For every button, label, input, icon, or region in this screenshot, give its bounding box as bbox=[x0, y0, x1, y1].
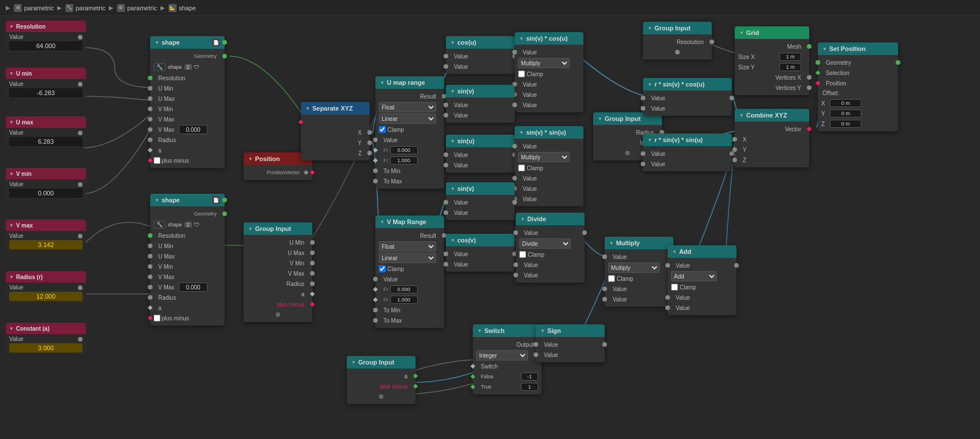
shape1-dropdown[interactable]: 🔧 bbox=[154, 63, 166, 71]
rsinvcosu-val2: Value bbox=[646, 105, 665, 112]
mult-val3-sock bbox=[602, 297, 607, 301]
vmr-interp-select[interactable]: Linear bbox=[379, 253, 436, 263]
chevron-constant[interactable]: ▼ bbox=[9, 326, 14, 331]
chevron-position[interactable]: ▼ bbox=[248, 156, 253, 162]
umr-result: Result bbox=[420, 93, 436, 100]
vmax-value[interactable]: 3.142 bbox=[9, 240, 83, 249]
topbar-item-1[interactable]: ⚙ parametric bbox=[14, 4, 54, 12]
add-op-select[interactable]: Add bbox=[671, 271, 717, 281]
switch-false-val[interactable] bbox=[521, 373, 538, 381]
vmr-type-select[interactable]: Float bbox=[379, 241, 436, 252]
umr-clamp-check[interactable] bbox=[379, 126, 386, 133]
vmr-fr1-input[interactable] bbox=[390, 285, 418, 293]
topbar-item-4[interactable]: 📐 shape bbox=[168, 4, 196, 12]
chevron-sinvcosu[interactable]: ▼ bbox=[519, 36, 524, 41]
setpos-y-val[interactable] bbox=[830, 109, 861, 117]
chevron-add[interactable]: ▼ bbox=[672, 249, 677, 254]
gi1-title: Group Input bbox=[255, 225, 291, 232]
chevron-sinvsinu[interactable]: ▼ bbox=[519, 130, 524, 135]
div-val-label: Value bbox=[519, 230, 538, 236]
umax-value[interactable]: 6.283 bbox=[9, 137, 83, 146]
chevron-sepxyz[interactable]: ▼ bbox=[305, 106, 310, 111]
chevron-vmr[interactable]: ▼ bbox=[380, 220, 385, 225]
switch-type-select[interactable]: Integer bbox=[476, 350, 528, 360]
resolution-value-label: Value bbox=[9, 34, 23, 40]
chevron-div[interactable]: ▼ bbox=[520, 217, 525, 222]
chevron-sinv2[interactable]: ▼ bbox=[450, 186, 455, 191]
vmr-clamp-check[interactable] bbox=[379, 265, 386, 272]
shape1-file-icon[interactable]: 📄 bbox=[212, 38, 220, 46]
shape2-name: shape bbox=[168, 222, 182, 228]
chevron-combxyz[interactable]: ▼ bbox=[739, 113, 744, 118]
umr-type-select[interactable]: Float bbox=[379, 102, 436, 112]
umr-fr1-input[interactable] bbox=[390, 146, 418, 154]
chevron-grid[interactable]: ▼ bbox=[739, 30, 744, 36]
shape1-vmax-input[interactable] bbox=[179, 125, 207, 134]
chevron-shape1[interactable]: ▼ bbox=[155, 40, 159, 45]
shape1-vmax2-sock bbox=[148, 127, 152, 132]
shape2-pm-check[interactable] bbox=[154, 315, 160, 322]
sinvsinu-clamp[interactable] bbox=[518, 164, 525, 171]
chevron-rsinvsinu[interactable]: ▼ bbox=[648, 138, 652, 143]
shape2-a: a bbox=[154, 305, 162, 311]
sinvcosu-clamp[interactable] bbox=[518, 70, 525, 77]
shape2-file-icon[interactable]: 📄 bbox=[212, 196, 220, 204]
node-sinv: ▼ sin(v) Value Value bbox=[446, 85, 515, 123]
add-clamp[interactable] bbox=[671, 284, 678, 291]
add-val: Value bbox=[671, 262, 690, 269]
chevron-rsinvcosu[interactable]: ▼ bbox=[648, 82, 652, 87]
umr-interp-select[interactable]: Linear bbox=[379, 113, 436, 124]
chevron-vmin[interactable]: ▼ bbox=[9, 171, 14, 177]
chevron-gi3[interactable]: ▼ bbox=[598, 116, 602, 121]
mult-op-select[interactable]: Multiply bbox=[608, 262, 660, 273]
shape1-vmax2: V Max bbox=[154, 127, 177, 133]
chevron-gi2[interactable]: ▼ bbox=[351, 360, 356, 365]
grid-sizex-val[interactable] bbox=[779, 53, 801, 61]
resolution-value[interactable]: 64.000 bbox=[9, 41, 83, 50]
div-op-select[interactable]: Divide bbox=[519, 238, 571, 249]
chevron-resolution[interactable]: ▼ bbox=[9, 24, 14, 29]
chevron-umr[interactable]: ▼ bbox=[380, 80, 385, 85]
chevron-gi1[interactable]: ▼ bbox=[248, 226, 253, 232]
switch-true-val[interactable] bbox=[521, 383, 538, 391]
chevron-radius[interactable]: ▼ bbox=[9, 275, 14, 280]
sinvsinu-op[interactable]: Multiply bbox=[518, 152, 570, 162]
sinvcosu-op-select[interactable]: Multiply bbox=[518, 58, 570, 68]
gi4-res-sock bbox=[709, 40, 714, 44]
setpos-x-val[interactable] bbox=[830, 99, 861, 107]
chevron-sinu[interactable]: ▼ bbox=[450, 139, 455, 144]
div-clamp[interactable] bbox=[519, 251, 526, 258]
vmr-fr2-input[interactable] bbox=[390, 296, 418, 304]
chevron-umax[interactable]: ▼ bbox=[9, 120, 14, 125]
shape1-num[interactable]: 2 bbox=[185, 64, 192, 70]
chevron-switch[interactable]: ▼ bbox=[477, 328, 482, 334]
chevron-gi4[interactable]: ▼ bbox=[648, 26, 652, 31]
grid-sizey-val[interactable] bbox=[779, 63, 801, 71]
shape2-dropdown[interactable]: 🔧 bbox=[154, 221, 166, 229]
chevron-shape2[interactable]: ▼ bbox=[155, 198, 159, 203]
chevron-vmax[interactable]: ▼ bbox=[9, 223, 14, 228]
shape2-num[interactable]: 2 bbox=[185, 222, 192, 228]
chevron-setpos[interactable]: ▼ bbox=[822, 46, 827, 52]
topbar-item-2[interactable]: 🔧 parametric bbox=[65, 4, 105, 12]
constant-value[interactable]: 3.000 bbox=[9, 343, 83, 352]
vmin-value[interactable]: 0.000 bbox=[9, 189, 83, 198]
shape2-shield: 🛡 bbox=[194, 222, 199, 228]
shape2-vmax-input[interactable] bbox=[179, 283, 207, 292]
setpos-z-val[interactable] bbox=[830, 120, 861, 128]
chevron-sign[interactable]: ▼ bbox=[540, 328, 545, 334]
rsinvsinu-out-sock bbox=[730, 151, 734, 156]
mult-clamp[interactable] bbox=[608, 275, 615, 282]
chevron-mult[interactable]: ▼ bbox=[609, 241, 614, 246]
chevron-cosu[interactable]: ▼ bbox=[450, 40, 455, 45]
umr-fr2-input[interactable] bbox=[390, 156, 418, 164]
shape1-pm-check[interactable] bbox=[154, 157, 160, 164]
chevron-umin[interactable]: ▼ bbox=[9, 71, 14, 76]
umin-value[interactable]: -6.283 bbox=[9, 88, 83, 97]
radius-value[interactable]: 12.000 bbox=[9, 292, 83, 301]
topbar-item-3[interactable]: ⚙ parametric bbox=[117, 4, 157, 12]
node-r-sinv-cosu: ▼ r * sin(v) * cos(u) Value Value bbox=[643, 78, 732, 116]
chevron-sinv[interactable]: ▼ bbox=[450, 89, 455, 94]
chevron-cosv[interactable]: ▼ bbox=[450, 238, 455, 243]
node-canvas[interactable]: ▼ Resolution Value 64.000 ▼ U min Value … bbox=[0, 16, 980, 439]
